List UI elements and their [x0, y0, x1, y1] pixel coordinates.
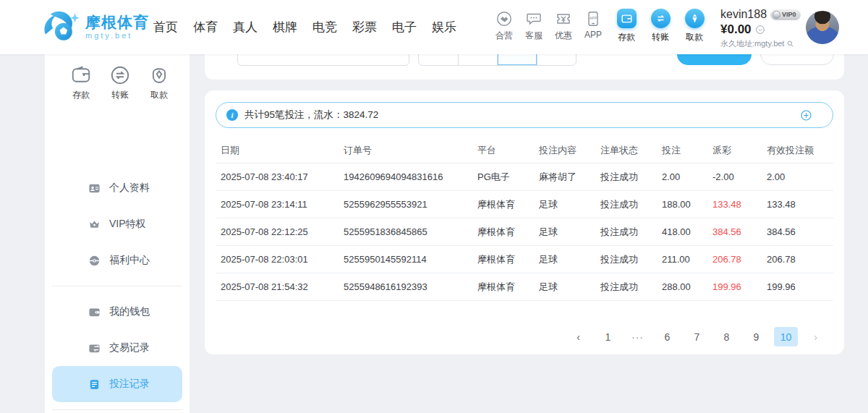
- sidebar-wallet-action-icon: [148, 64, 171, 86]
- nav-item[interactable]: 电子: [392, 19, 417, 35]
- cell-order-number: 5255950145592114: [339, 254, 472, 265]
- sidebar-menu-item[interactable]: 福利中心: [45, 242, 190, 278]
- cell-order-number: 5255948616192393: [339, 281, 472, 292]
- sidebar-wallet-action[interactable]: 转账: [109, 64, 132, 101]
- table-header-cell: 日期: [216, 144, 339, 157]
- vip-medal-icon: [773, 11, 780, 19]
- search-button[interactable]: [677, 54, 752, 65]
- header-tool-icon: [555, 10, 572, 27]
- bet-records-table: 日期 订单号 平台 投注内容 注单状态 投注 派彩 有效投注额: [216, 138, 833, 301]
- quick-action-label: 转账: [652, 31, 669, 43]
- date-quick-tab[interactable]: [419, 54, 459, 65]
- pagination-item[interactable]: 7: [685, 327, 709, 346]
- brand-logo[interactable]: 摩根体育 mgty.bet: [41, 10, 149, 43]
- sidebar-divider: [52, 409, 182, 410]
- sidebar-menu-item-icon: [88, 182, 101, 195]
- pagination-item[interactable]: 10: [774, 327, 798, 346]
- table-row[interactable]: 2025-07-08 22:12:25 5255951836845865 摩根体…: [216, 218, 833, 246]
- date-quick-tab[interactable]: [459, 54, 498, 65]
- sidebar-menu-item[interactable]: VIP特权: [45, 206, 190, 242]
- cell-valid-amount: 133.48: [762, 199, 833, 210]
- header-tool[interactable]: 优惠: [554, 10, 573, 42]
- table-header-cell: 有效投注额: [762, 144, 833, 157]
- sidebar-menu-item[interactable]: 交易记录: [45, 330, 190, 366]
- quick-action[interactable]: 取款: [682, 9, 707, 43]
- summary-text: 共计95笔投注，流水：3824.72: [244, 108, 800, 122]
- brand-name: 摩根体育: [85, 14, 149, 31]
- cell-payout: 384.56: [707, 226, 762, 237]
- search-icon[interactable]: [786, 40, 794, 48]
- balance-dropdown-icon[interactable]: [755, 25, 765, 35]
- nav-item[interactable]: 电竞: [312, 19, 337, 35]
- nav-item[interactable]: 棋牌: [273, 19, 297, 35]
- date-quick-tab[interactable]: [537, 54, 576, 65]
- username: kevin188: [720, 8, 767, 21]
- quick-action-label: 存款: [618, 31, 635, 43]
- sidebar-menu-item[interactable]: 投注记录: [52, 366, 182, 402]
- cell-date: 2025-07-08 22:03:01: [216, 254, 339, 265]
- pagination-item[interactable]: ‹: [566, 327, 590, 346]
- cell-valid-amount: 199.96: [762, 281, 833, 292]
- header-tool[interactable]: 合营: [495, 10, 514, 42]
- sidebar-wallet-actions: 存款 转账 取款: [45, 54, 190, 101]
- table-header-cell: 平台: [472, 144, 534, 157]
- pagination-item[interactable]: 1: [596, 327, 620, 346]
- sidebar-wallet-action[interactable]: 存款: [69, 64, 93, 101]
- sidebar-menu-item-icon: [88, 342, 101, 354]
- header-tool-label: 优惠: [555, 30, 572, 42]
- sidebar-wallet-action-label: 转账: [111, 89, 129, 101]
- quick-action[interactable]: 存款: [614, 9, 639, 43]
- cell-bet-content: 足球: [534, 226, 595, 239]
- cell-valid-amount: 2.00: [762, 171, 833, 182]
- plus-circle-icon[interactable]: [800, 109, 812, 122]
- brand-domain: mgty.bet: [85, 31, 149, 41]
- table-row[interactable]: 2025-07-08 21:54:32 5255948616192393 摩根体…: [216, 273, 833, 301]
- cell-status: 投注成功: [595, 226, 657, 239]
- sidebar-menu-item[interactable]: 我的钱包: [45, 294, 190, 330]
- table-header-cell: 投注内容: [534, 144, 595, 157]
- reset-button[interactable]: [760, 54, 834, 65]
- cell-order-number: 5255951836845865: [339, 226, 472, 237]
- cell-date: 2025-07-08 22:12:25: [216, 226, 339, 237]
- cell-order-number: 5255962955553921: [339, 199, 472, 210]
- sidebar-menu-item[interactable]: 个人资料: [45, 170, 190, 206]
- main-nav: 首页 体育 真人 棋牌 电竞 彩票 电子 娱乐: [153, 0, 456, 54]
- sidebar-menu: 个人资料 VIP特权 福利中心 我的钱包: [45, 170, 190, 413]
- pagination-item[interactable]: 9: [744, 327, 768, 346]
- cell-status: 投注成功: [595, 281, 657, 294]
- table-body: 2025-07-08 23:40:17 1942609694094831616 …: [216, 163, 833, 301]
- sidebar-wallet-action-icon: [109, 64, 132, 86]
- cell-platform: 摩根体育: [472, 198, 534, 211]
- header-tool[interactable]: APP: [584, 10, 603, 42]
- cell-stake: 288.00: [657, 281, 707, 292]
- nav-item[interactable]: 彩票: [352, 19, 377, 35]
- sidebar-wallet-action[interactable]: 取款: [148, 64, 171, 101]
- header-tool-label: 合营: [495, 30, 513, 42]
- quick-action[interactable]: 转账: [648, 9, 673, 43]
- pagination-item[interactable]: ›: [804, 327, 827, 346]
- vip-badge[interactable]: VIP0: [770, 9, 801, 20]
- sidebar-menu-item-label: 个人资料: [109, 182, 150, 195]
- pagination-item[interactable]: ···: [626, 327, 650, 346]
- pagination-item[interactable]: 6: [655, 327, 679, 346]
- balance: ¥0.00: [720, 22, 752, 37]
- cell-bet-content: 足球: [534, 281, 595, 294]
- avatar[interactable]: [806, 11, 839, 44]
- nav-item[interactable]: 首页: [153, 19, 178, 35]
- date-range-input[interactable]: [237, 54, 409, 66]
- pagination-item[interactable]: 8: [715, 327, 739, 346]
- cell-payout: 206.78: [707, 254, 762, 265]
- nav-item[interactable]: 真人: [233, 19, 258, 35]
- header-tool[interactable]: 客服: [524, 10, 543, 42]
- table-row[interactable]: 2025-07-08 22:03:01 5255950145592114 摩根体…: [216, 246, 833, 273]
- nav-item[interactable]: 体育: [193, 19, 218, 35]
- table-row[interactable]: 2025-07-08 23:40:17 1942609694094831616 …: [216, 163, 833, 191]
- table-row[interactable]: 2025-07-08 23:14:11 5255962955553921 摩根体…: [216, 191, 833, 218]
- header-tool-icon: [495, 10, 513, 27]
- quick-actions: 存款 转账 取款: [614, 9, 707, 43]
- table-header-row: 日期 订单号 平台 投注内容 注单状态 投注 派彩 有效投注额: [216, 138, 833, 163]
- info-icon: i: [226, 109, 238, 121]
- sidebar-wallet-action-label: 取款: [150, 89, 168, 101]
- nav-item[interactable]: 娱乐: [432, 19, 456, 35]
- date-quick-tab-selected[interactable]: [498, 54, 537, 65]
